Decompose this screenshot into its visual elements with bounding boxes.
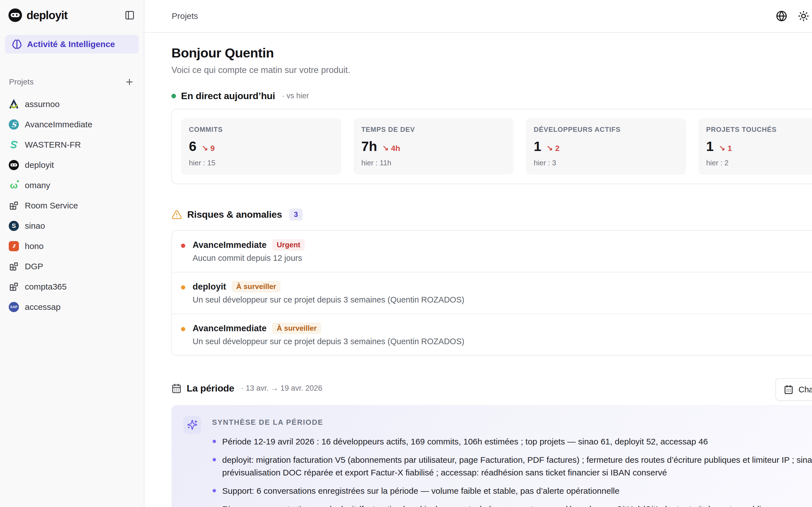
periode-range: · 13 avr. → 19 avr. 2026 [241,384,322,393]
project-label: accessap [25,302,61,312]
sidebar-item-compta365[interactable]: compta365 [0,277,144,297]
sidebar-collapse-button[interactable] [123,9,136,21]
plus-icon [124,77,134,87]
risk-row-avanceimmediate-watch[interactable]: AvanceImmediate À surveiller Un seul dév… [172,314,812,355]
change-period-button[interactable]: Changer la période [775,378,812,401]
synthese-bullet: deployit: migration facturation V5 (abon… [212,453,812,479]
project-label: DGP [25,262,43,271]
risk-description: Un seul développeur sur ce projet depuis… [193,295,464,304]
sidebar-item-omany[interactable]: ω omany [0,175,144,195]
risk-project-name: deployit [193,282,226,292]
project-label: deployit [25,160,54,170]
project-label: sinao [25,221,45,231]
stat-card-commits: COMMITS 6 ↘ 9 hier : 15 [181,118,341,175]
sidebar-item-accessap[interactable]: SAP accessap [0,297,144,317]
risks-section-header: Risques & anomalies 3 [171,209,812,221]
sidebar-item-sinao[interactable]: S sinao [0,216,144,236]
greeting-subtitle: Voici ce qui compte ce matin sur votre p… [171,65,812,75]
synthese-label: SYNTHÈSE DE LA PÉRIODE [212,418,812,427]
risk-badge-urgent: Urgent [272,239,305,251]
hono-logo-icon: // [8,241,19,251]
blocks-icon [8,200,19,211]
risk-description: Un seul développeur sur ce projet depuis… [193,337,464,346]
calendar-icon [171,383,182,393]
synthese-bullet: Risques : concentration sur deployit (fa… [212,503,812,507]
topbar-actions [775,0,810,32]
globe-icon [776,10,787,22]
stat-yesterday: hier : 2 [706,159,812,167]
page-title: Projets [172,11,198,21]
theme-toggle-button[interactable] [797,9,810,23]
stat-yesterday: hier : 3 [534,159,678,167]
greeting-title: Bonjour Quentin [171,45,812,61]
blocks-icon [8,281,19,292]
project-label: hono [25,241,44,251]
wastern-logo-icon [8,139,19,150]
risk-row-deployit-watch[interactable]: deployit À surveiller Un seul développeu… [172,272,812,314]
live-dot-icon [171,94,176,98]
deployit-logo-icon [8,8,22,22]
synthese-bullet: Période 12-19 avril 2026 : 16 développeu… [212,435,812,448]
risk-badge-watch: À surveiller [232,281,281,292]
sidebar-item-wastern-fr[interactable]: WASTERN-FR [0,135,144,155]
stat-label: PROJETS TOUCHÉS [706,126,812,133]
brand: deployit [8,8,67,22]
risk-row-avanceimmediate-urgent[interactable]: AvanceImmediate Urgent Aucun commit depu… [172,231,812,272]
risk-project-name: AvanceImmediate [193,323,266,334]
sidebar-active-label: Activité & Intelligence [27,40,115,49]
stat-value: 1 [706,138,714,154]
avanceimmediate-logo-icon: S [8,119,19,130]
sidebar-header: deployit [0,0,144,22]
sidebar-item-avanceimmediate[interactable]: S AvanceImmediate [0,114,144,135]
projects-section-label: Projets [9,77,34,87]
language-button[interactable] [775,9,788,23]
project-label: compta365 [25,282,66,291]
change-period-label: Changer la période [799,385,812,394]
live-section-header: En direct aujourd’hui · vs hier [171,91,812,101]
stat-label: TEMPS DE DEV [361,126,506,133]
panel-left-icon [124,10,135,20]
live-compare-note: · vs hier [282,92,309,100]
stats-grid: COMMITS 6 ↘ 9 hier : 15 TEMPS DE DEV 7h … [181,118,812,175]
live-stats-panel: COMMITS 6 ↘ 9 hier : 15 TEMPS DE DEV 7h … [171,109,812,184]
trend-down-badge: ↘ 2 [546,144,560,153]
stat-card-temps-dev: TEMPS DE DEV 7h ↘ 4h hier : 11h [354,118,514,175]
severity-dot-icon [181,244,185,248]
sparkles-icon [183,416,201,434]
synthese-bullet: Support: 6 conversations enregistrées su… [212,485,812,497]
sidebar-projects-header: Projets [9,76,135,88]
risks-list: AvanceImmediate Urgent Aucun commit depu… [171,230,812,356]
stat-value: 1 [534,138,541,154]
synthese-bullets: Période 12-19 avril 2026 : 16 développeu… [212,435,812,507]
add-project-button[interactable] [123,76,135,88]
sinao-logo-icon: S [8,221,19,231]
severity-dot-icon [181,327,185,331]
deployit-robot-logo-icon [8,160,19,170]
severity-dot-icon [181,285,185,290]
trend-down-badge: ↘ 1 [719,144,732,153]
topbar: Projets [145,0,812,33]
sidebar-item-activite-intelligence[interactable]: Activité & Intelligence [5,35,139,54]
risks-count-badge: 3 [289,209,302,221]
synthese-panel: SYNTHÈSE DE LA PÉRIODE Période 12-19 avr… [171,405,812,507]
project-label: AvanceImmediate [25,120,93,129]
main-content: Bonjour Quentin Voici ce qui compte ce m… [171,33,812,507]
omany-logo-icon: ω [8,180,19,191]
sidebar-item-hono[interactable]: // hono [0,236,144,256]
accessap-logo-icon: SAP [8,302,19,313]
sidebar-item-dgp[interactable]: DGP [0,256,144,277]
risk-description: Aucun commit depuis 12 jours [193,253,305,263]
sidebar-project-list: assurnoo S AvanceImmediate WASTERN-FR de… [0,94,144,317]
sidebar-item-deployit[interactable]: deployit [0,155,144,175]
stat-yesterday: hier : 11h [361,159,506,167]
brain-icon [12,39,22,49]
risks-title: Risques & anomalies [187,209,282,220]
sidebar-item-assurnoo[interactable]: assurnoo [0,94,144,114]
warning-triangle-icon [171,209,182,220]
sidebar-item-room-service[interactable]: Room Service [0,195,144,216]
stat-value: 6 [189,138,197,154]
stat-card-projets-touches: PROJETS TOUCHÉS 1 ↘ 1 hier : 2 [698,118,812,175]
assurnoo-logo-icon [8,99,19,110]
trend-down-badge: ↘ 9 [202,144,215,153]
calendar-icon [784,385,794,394]
